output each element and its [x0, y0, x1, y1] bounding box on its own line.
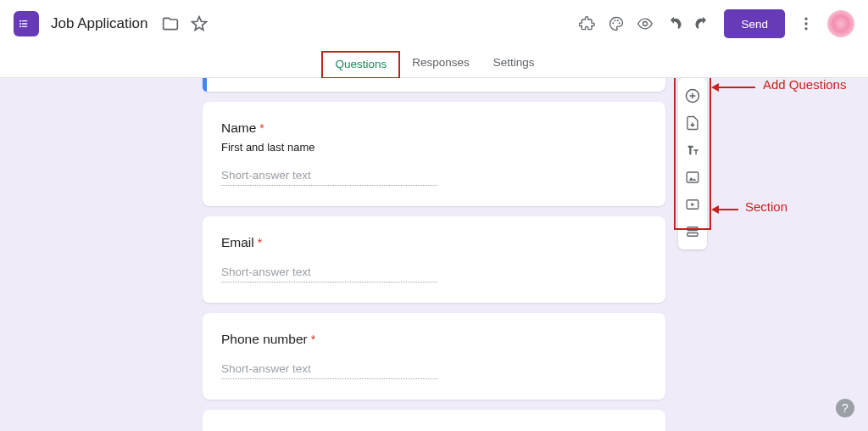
add-section-button[interactable] [682, 221, 704, 243]
annotation-arrow [711, 83, 755, 92]
redo-icon[interactable] [688, 9, 717, 38]
svg-point-4 [19, 20, 21, 22]
svg-point-11 [643, 22, 648, 26]
tab-responses[interactable]: Responses [400, 56, 481, 77]
preview-icon[interactable] [631, 9, 659, 38]
editor-canvas: Name * First and last name Short-answer … [0, 78, 868, 431]
move-to-folder-icon[interactable] [156, 9, 185, 38]
svg-rect-2 [22, 23, 28, 24]
add-title-button[interactable] [682, 139, 704, 161]
question-card[interactable]: Email * Short-answer text [203, 216, 665, 303]
question-description: First and last name [221, 141, 647, 154]
tab-settings[interactable]: Settings [481, 56, 547, 77]
add-video-button[interactable] [682, 193, 704, 216]
add-question-button[interactable] [682, 85, 704, 107]
tab-questions[interactable]: Questions [321, 51, 400, 79]
annotation-section: Section [745, 199, 787, 214]
svg-point-6 [19, 25, 21, 27]
required-asterisk: * [311, 333, 315, 346]
question-toolbar [678, 78, 707, 249]
question-title: Name [221, 120, 256, 136]
forms-logo [14, 11, 39, 36]
svg-rect-18 [687, 227, 698, 231]
addons-icon[interactable] [573, 9, 602, 38]
svg-point-14 [804, 27, 807, 30]
svg-point-13 [804, 22, 807, 25]
question-title: Email [221, 235, 254, 250]
svg-point-9 [617, 20, 619, 21]
svg-rect-16 [687, 172, 698, 182]
account-avatar[interactable] [827, 10, 854, 37]
svg-rect-19 [687, 233, 698, 237]
answer-placeholder: Short-answer text [221, 266, 437, 283]
svg-point-7 [613, 22, 615, 24]
answer-placeholder: Short-answer text [221, 169, 437, 186]
annotation-arrow [711, 205, 738, 214]
annotation-add-questions: Add Questions [763, 78, 846, 92]
svg-point-10 [619, 22, 620, 24]
form-header-card[interactable] [203, 78, 665, 92]
answer-placeholder: Short-answer text [221, 362, 437, 379]
send-button[interactable]: Send [724, 9, 785, 38]
undo-icon[interactable] [659, 9, 688, 38]
customize-theme-icon[interactable] [602, 9, 631, 38]
question-card[interactable]: Phone number * Short-answer text [203, 313, 665, 400]
star-icon[interactable] [185, 9, 214, 38]
question-card[interactable]: Name * First and last name Short-answer … [203, 102, 665, 206]
svg-rect-1 [22, 20, 28, 21]
svg-point-12 [804, 18, 807, 20]
required-asterisk: * [259, 121, 264, 135]
app-header: Job Application Send [0, 0, 868, 48]
tabs-row: Questions Responses Settings [0, 48, 868, 78]
import-questions-button[interactable] [682, 112, 704, 134]
svg-point-8 [615, 20, 616, 21]
add-image-button[interactable] [682, 166, 704, 188]
required-asterisk: * [258, 236, 262, 249]
question-card[interactable]: Are you interested in full-time employme… [203, 410, 665, 431]
more-options-icon[interactable] [792, 9, 821, 38]
help-button[interactable]: ? [836, 399, 854, 417]
form-title[interactable]: Job Application [51, 15, 147, 32]
svg-rect-3 [22, 26, 28, 27]
svg-point-5 [19, 23, 21, 25]
question-title: Phone number [221, 332, 308, 347]
